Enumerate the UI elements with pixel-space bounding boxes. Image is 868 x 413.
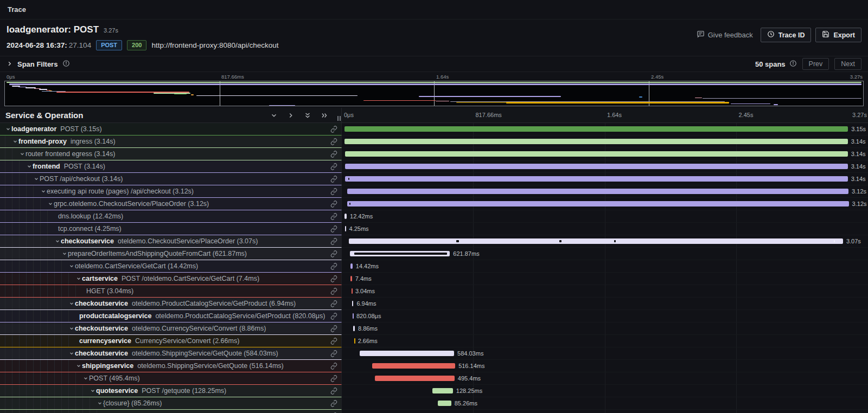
collapse-chevron-icon[interactable] <box>82 376 89 381</box>
collapse-chevron-icon[interactable] <box>68 351 75 356</box>
span-link-icon[interactable] <box>330 375 337 384</box>
span-name-cell[interactable]: POST /api/checkout (3.14s) <box>0 173 342 185</box>
span-duration-bar[interactable] <box>354 338 355 344</box>
trace-id-button[interactable]: Trace ID <box>761 28 812 42</box>
span-duration-bar[interactable] <box>372 363 455 369</box>
span-link-icon[interactable] <box>330 350 337 359</box>
span-timeline-cell[interactable]: 2.66ms <box>342 335 868 347</box>
collapse-chevron-icon[interactable] <box>61 251 68 256</box>
span-duration-bar[interactable] <box>375 376 455 381</box>
span-name-cell[interactable]: currencyserviceCurrencyService/Convert (… <box>0 335 342 347</box>
span-link-icon[interactable] <box>330 399 337 409</box>
span-timeline-cell[interactable]: 3.14s <box>342 135 868 148</box>
span-duration-bar[interactable] <box>345 164 848 169</box>
span-duration-bar[interactable] <box>432 388 453 393</box>
span-duration-bar[interactable] <box>345 151 848 157</box>
span-name-cell[interactable]: shippingserviceoteldemo.ShippingService/… <box>0 360 342 372</box>
span-name-cell[interactable]: dns.lookup (12.42ms) <box>0 210 342 223</box>
span-name-cell[interactable]: loadgeneratorPOST (3.15s) <box>0 123 342 135</box>
span-timeline-cell[interactable]: 621.87ms <box>342 248 868 260</box>
span-name-cell[interactable]: checkoutserviceoteldemo.ShippingService/… <box>0 347 342 360</box>
span-name-cell[interactable]: frontend-proxyingress (3.14s) <box>0 135 342 148</box>
info-icon[interactable] <box>62 60 70 69</box>
span-link-icon[interactable] <box>330 138 337 147</box>
span-name-cell[interactable]: frontendPOST (3.14s) <box>0 160 342 173</box>
collapse-chevron-icon[interactable] <box>47 201 54 206</box>
span-timeline-cell[interactable]: 820.08μs <box>342 310 868 322</box>
collapse-chevron-icon[interactable] <box>96 401 103 406</box>
collapse-one-icon[interactable] <box>270 112 278 119</box>
span-timeline-cell[interactable]: 516.14ms <box>342 360 868 372</box>
span-name-cell[interactable]: tcp.connect (4.25ms) <box>0 223 342 235</box>
span-name-cell[interactable]: quoteservicePOST /getquote (128.25ms) <box>0 385 342 397</box>
span-timeline-cell[interactable]: 6.94ms <box>342 298 868 310</box>
span-link-icon[interactable] <box>330 362 337 372</box>
span-timeline-cell[interactable]: 85.26ms <box>342 397 868 410</box>
span-duration-bar[interactable] <box>344 126 848 132</box>
span-name-cell[interactable]: oteldemo.CartService/GetCart (14.42ms) <box>0 260 342 273</box>
span-name-cell[interactable]: checkoutserviceoteldemo.CheckoutService/… <box>0 235 342 248</box>
span-duration-bar[interactable] <box>347 189 848 194</box>
span-link-icon[interactable] <box>330 200 337 210</box>
span-timeline-cell[interactable]: 7.4ms <box>342 273 868 285</box>
minimap-canvas[interactable] <box>4 81 864 106</box>
span-duration-bar[interactable] <box>352 301 353 306</box>
span-duration-bar[interactable] <box>438 401 451 406</box>
span-name-cell[interactable]: productcatalogserviceoteldemo.ProductCat… <box>0 310 342 322</box>
span-link-icon[interactable] <box>330 163 337 172</box>
span-timeline-cell[interactable]: 3.12s <box>342 198 868 210</box>
span-filters-toggle[interactable]: Span Filters <box>7 60 70 69</box>
span-link-icon[interactable] <box>330 287 337 297</box>
span-timeline-cell[interactable]: 495.4ms <box>342 372 868 385</box>
collapse-chevron-icon[interactable] <box>4 126 11 132</box>
collapse-chevron-icon[interactable] <box>11 139 18 144</box>
span-duration-bar[interactable] <box>345 226 346 231</box>
span-duration-bar[interactable] <box>347 201 848 206</box>
span-duration-bar[interactable] <box>353 313 354 319</box>
span-name-cell[interactable]: checkoutserviceoteldemo.CurrencyService/… <box>0 322 342 335</box>
span-timeline-cell[interactable]: 3.07s <box>342 235 868 248</box>
column-resize-handle[interactable] <box>337 116 341 121</box>
span-link-icon[interactable] <box>330 387 337 397</box>
export-button[interactable]: Export <box>815 28 861 42</box>
collapse-chevron-icon[interactable] <box>68 326 75 331</box>
span-link-icon[interactable] <box>330 150 337 160</box>
span-timeline-cell[interactable]: 12.42ms <box>342 210 868 223</box>
span-link-icon[interactable] <box>330 237 337 247</box>
span-link-icon[interactable] <box>330 312 337 322</box>
span-timeline-cell[interactable]: 3.15s <box>342 123 868 135</box>
span-name-cell[interactable]: grpc.oteldemo.CheckoutService/PlaceOrder… <box>0 198 342 210</box>
span-link-icon[interactable] <box>330 262 337 272</box>
span-name-cell[interactable]: POST (495.4ms) <box>0 372 342 385</box>
span-link-icon[interactable] <box>330 325 337 334</box>
expand-all-icon[interactable] <box>321 112 328 119</box>
span-duration-bar[interactable] <box>350 263 353 269</box>
collapse-chevron-icon[interactable] <box>18 151 25 157</box>
span-name-cell[interactable]: cartservicePOST /oteldemo.CartService/Ge… <box>0 273 342 285</box>
give-feedback-button[interactable]: Give feedback <box>693 28 756 42</box>
next-span-button[interactable]: Next <box>834 58 861 70</box>
span-link-icon[interactable] <box>330 337 337 347</box>
collapse-chevron-icon[interactable] <box>75 276 82 281</box>
trace-minimap[interactable]: 0μs817.66ms1.64s2.45s3.27s <box>0 72 868 108</box>
span-duration-bar[interactable] <box>352 288 353 294</box>
span-duration-bar[interactable] <box>350 276 352 281</box>
span-link-icon[interactable] <box>330 225 337 235</box>
span-timeline-cell[interactable]: 128.25ms <box>342 385 868 397</box>
span-timeline-cell[interactable]: 3.14s <box>342 148 868 160</box>
collapse-chevron-icon[interactable] <box>89 388 96 393</box>
span-timeline-cell[interactable]: 3.14s <box>342 173 868 185</box>
span-duration-bar[interactable] <box>344 139 847 144</box>
collapse-chevron-icon[interactable] <box>68 301 75 306</box>
span-name-cell[interactable]: HGET (3.04ms) <box>0 285 342 298</box>
span-duration-bar[interactable] <box>344 214 347 219</box>
collapse-chevron-icon[interactable] <box>40 189 47 194</box>
span-duration-bar[interactable] <box>360 351 454 356</box>
span-link-icon[interactable] <box>330 125 337 135</box>
span-link-icon[interactable] <box>330 300 337 309</box>
span-name-cell[interactable]: calculate-quote (16.33ms) <box>0 410 342 413</box>
span-link-icon[interactable] <box>330 188 337 197</box>
span-timeline-cell[interactable]: 584.03ms <box>342 347 868 360</box>
span-timeline-cell[interactable]: 4.25ms <box>342 223 868 235</box>
span-timeline-cell[interactable]: 8.86ms <box>342 322 868 335</box>
